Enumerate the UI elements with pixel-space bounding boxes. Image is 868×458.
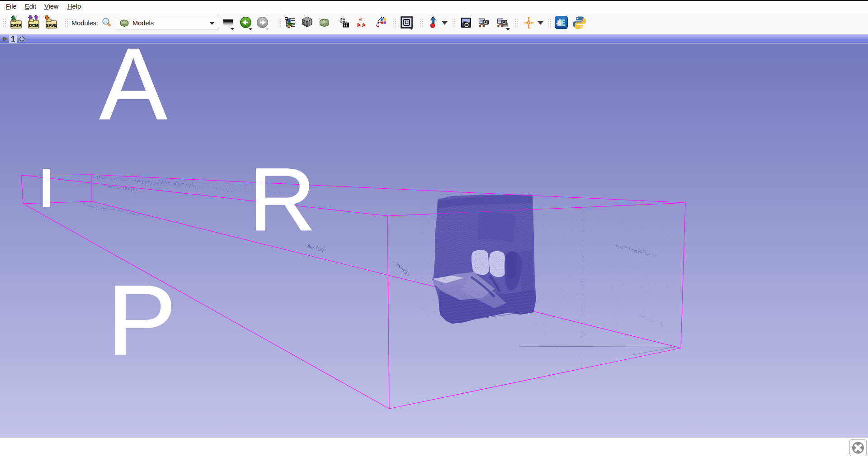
svg-text:R: R [249,150,316,249]
svg-text:DCM: DCM [29,23,38,28]
svg-text:DATA: DATA [10,23,22,28]
svg-text:I: I [38,157,56,218]
svg-text:SAVE: SAVE [46,23,57,28]
svg-text:A: A [99,43,167,140]
svg-text:P: P [107,265,176,375]
